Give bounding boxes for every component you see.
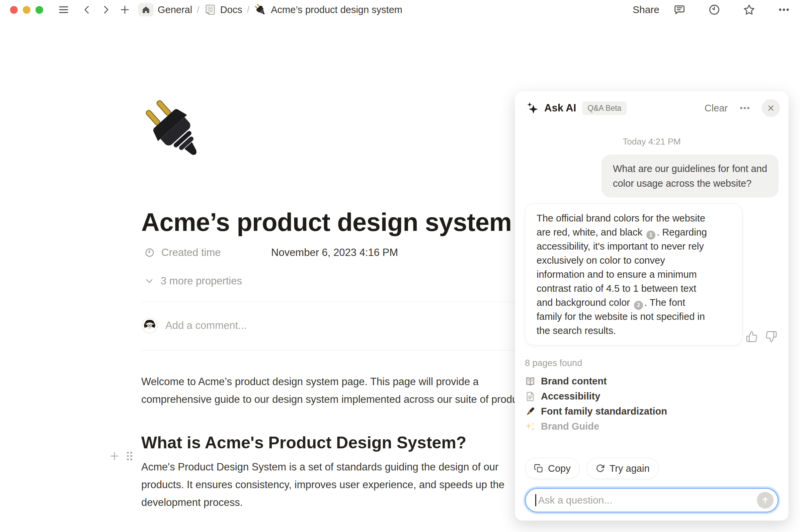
breadcrumb-label: General	[157, 4, 192, 15]
plug-icon	[254, 3, 267, 16]
new-page-icon[interactable]	[119, 4, 130, 15]
home-icon	[138, 3, 154, 16]
result-label: Font family standardization	[541, 406, 667, 417]
result-item-accessibility[interactable]: Accessibility	[525, 389, 779, 404]
qa-beta-badge: Q&A Beta	[582, 101, 627, 115]
page-icon	[525, 391, 536, 402]
copy-button[interactable]: Copy	[525, 458, 580, 479]
search-results: 8 pages found Brand content Accessibilit…	[525, 358, 779, 434]
nav-back-icon[interactable]	[82, 5, 92, 15]
drag-handle-icon[interactable]	[125, 450, 134, 462]
close-window-button[interactable]	[10, 6, 18, 14]
more-properties-toggle[interactable]: 3 more properties	[141, 275, 509, 287]
text-caret	[535, 494, 536, 506]
result-item-brand-content[interactable]: Brand content	[525, 374, 779, 389]
ask-question-input[interactable]	[538, 494, 757, 506]
result-label: Brand Guide	[541, 421, 599, 432]
add-comment-row[interactable]: Add a comment...	[141, 314, 509, 337]
citation-chip-1[interactable]: 1	[646, 230, 655, 240]
property-value: November 6, 2023 4:16 PM	[271, 247, 398, 259]
breadcrumb-label: Docs	[220, 4, 242, 15]
ai-sparkle-icon	[526, 101, 540, 115]
ask-ai-panel: Ask AI Q&A Beta Clear Today 4:21 PM What…	[515, 91, 788, 520]
citation-chip-2[interactable]: 2	[634, 301, 643, 310]
conversation-timestamp: Today 4:21 PM	[515, 136, 788, 147]
clock-icon	[145, 248, 155, 258]
send-question-button[interactable]	[757, 492, 774, 509]
comments-icon[interactable]	[673, 4, 686, 16]
zoom-window-button[interactable]	[36, 6, 43, 14]
retry-icon	[595, 464, 605, 473]
ask-ai-title: Ask AI	[544, 102, 576, 114]
add-comment-placeholder: Add a comment...	[165, 320, 247, 331]
result-item-brand-guide[interactable]: Brand Guide	[525, 419, 779, 434]
breadcrumb-item-general[interactable]: General	[138, 3, 192, 16]
answer-actions: Copy Try again	[525, 458, 659, 479]
minimize-window-button[interactable]	[23, 6, 31, 14]
thumbs-down-icon[interactable]	[765, 330, 777, 343]
pages-found-label: 8 pages found	[525, 358, 779, 368]
fountain-pen-icon	[525, 406, 536, 417]
more-properties-label: 3 more properties	[161, 275, 242, 287]
breadcrumb: General / Docs / Acme’s product design s…	[138, 3, 402, 16]
window-toolbar: General / Docs / Acme’s product design s…	[0, 0, 800, 19]
add-block-icon[interactable]	[109, 451, 120, 461]
user-avatar	[142, 318, 157, 333]
share-button[interactable]: Share	[633, 4, 659, 15]
breadcrumb-separator: /	[247, 5, 250, 15]
ask-question-input-wrapper	[525, 488, 779, 513]
thumbs-up-icon[interactable]	[746, 330, 758, 343]
result-label: Accessibility	[541, 391, 600, 402]
open-book-icon	[525, 376, 536, 387]
ai-answer-bubble: The official brand colors for the websit…	[525, 204, 742, 345]
try-again-button[interactable]: Try again	[587, 458, 659, 479]
user-question-bubble: What are our guidelines for font and col…	[601, 155, 779, 197]
breadcrumb-label: Acme’s product design system	[271, 4, 402, 15]
sparkles-icon	[525, 421, 536, 432]
ask-ai-header: Ask AI Q&A Beta Clear	[526, 98, 780, 118]
answer-text: . Regarding accessibility, it's importan…	[537, 227, 707, 308]
document-page-icon	[204, 4, 216, 16]
try-again-label: Try again	[610, 463, 650, 474]
result-item-font-family-standardization[interactable]: Font family standardization	[525, 404, 779, 419]
copy-icon	[534, 464, 543, 473]
favorite-star-icon[interactable]	[743, 4, 755, 16]
more-options-icon[interactable]	[778, 4, 790, 16]
chevron-down-icon	[145, 277, 154, 286]
panel-more-options-icon[interactable]	[739, 102, 750, 114]
breadcrumb-item-current-page[interactable]: Acme’s product design system	[254, 3, 402, 16]
clear-button[interactable]: Clear	[705, 103, 728, 114]
breadcrumb-separator: /	[197, 5, 200, 15]
traffic-lights	[10, 6, 43, 14]
result-label: Brand content	[541, 376, 607, 387]
property-label: Created time	[161, 247, 262, 259]
copy-label: Copy	[548, 463, 571, 474]
breadcrumb-item-docs[interactable]: Docs	[204, 4, 242, 16]
sidebar-toggle-icon[interactable]	[58, 4, 69, 15]
block-handles	[109, 450, 134, 462]
answer-feedback	[746, 330, 777, 343]
page-icon-plug-emoji[interactable]	[141, 97, 208, 167]
history-clock-icon[interactable]	[708, 4, 720, 16]
nav-forward-icon[interactable]	[101, 5, 111, 15]
property-row-created-time[interactable]: Created time November 6, 2023 4:16 PM	[141, 247, 509, 259]
close-panel-button[interactable]	[762, 99, 780, 117]
